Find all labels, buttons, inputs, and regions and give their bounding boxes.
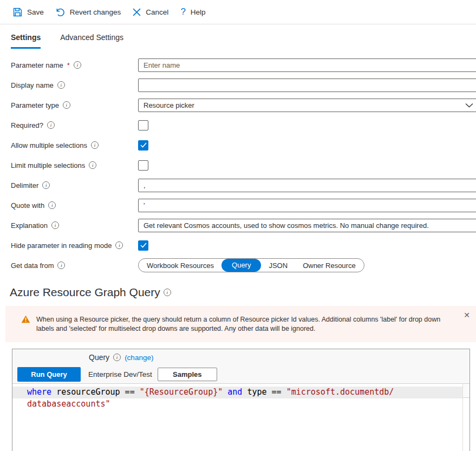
parameter-type-label-group: Parameter type i [11,101,138,109]
display-name-label: Display name [11,81,54,89]
help-button[interactable]: ? Help [180,6,205,17]
quote-with-label: Quote with [11,201,44,210]
revert-changes-button[interactable]: Revert changes [56,8,121,17]
command-bar: Save Revert changes Cancel ? Help [0,0,476,24]
warning-banner: When using a Resource picker, the query … [5,306,476,342]
get-data-from-option-json[interactable]: JSON [261,262,295,270]
tab-advanced-settings[interactable]: Advanced Settings [60,33,123,49]
revert-icon [56,8,65,17]
query-code-editor[interactable]: where resourceGroup == "{ResourceGroup}"… [12,384,470,451]
explanation-label-group: Explanation i [11,221,138,230]
info-icon[interactable]: i [42,181,50,189]
limit-multiple-label-group: Limit multiple selections i [11,161,138,169]
get-data-from-option-query[interactable]: Query [221,259,261,272]
query-label-group: Query i (change) [89,353,153,362]
explanation-input[interactable] [138,219,476,232]
allow-multiple-label: Allow multiple selections [11,141,87,149]
info-icon[interactable]: i [89,161,96,169]
parameter-name-input[interactable] [138,58,476,72]
get-data-from-label: Get data from [11,262,54,270]
help-icon: ? [180,6,185,17]
get-data-from-row: Get data from i Workbook ResourcesQueryJ… [0,258,476,272]
save-label: Save [27,8,44,16]
help-label: Help [191,8,206,16]
get-data-from-option-workbook-resources[interactable]: Workbook Resources [139,262,221,270]
parameter-name-row: Parameter name * i [0,58,476,72]
run-query-button[interactable]: Run Query [17,367,81,382]
section-title-text: Azure Resource Graph Query [10,286,160,299]
info-icon[interactable]: i [51,221,59,229]
limit-multiple-checkbox[interactable] [138,160,148,171]
close-icon[interactable]: ✕ [461,309,472,321]
get-data-from-toggle: Workbook ResourcesQueryJSONOwner Resourc… [138,258,364,272]
change-link[interactable]: (change) [125,354,153,362]
explanation-label: Explanation [11,221,48,230]
info-icon[interactable]: i [57,262,65,269]
required-row: Required? i [0,118,476,132]
query-editor-panel: Query i (change) Run Query Enterprise De… [12,349,470,451]
get-data-from-label-group: Get data from i [11,262,138,270]
required-label: Required? [11,121,43,129]
allow-multiple-label-group: Allow multiple selections i [11,141,138,149]
editor-scrollbar[interactable] [462,384,470,451]
cancel-button[interactable]: Cancel [133,8,168,16]
parameter-settings-form: Parameter name * i Display name i Parame… [0,58,476,272]
query-label: Query [89,353,109,362]
info-icon[interactable]: i [63,101,70,109]
required-label-group: Required? i [11,121,138,129]
info-icon[interactable]: i [47,121,55,129]
info-icon[interactable]: i [91,141,99,149]
warning-triangle-icon [21,315,30,326]
info-icon[interactable]: i [113,354,121,361]
hide-parameter-label: Hide parameter in reading mode [11,241,112,250]
save-button[interactable]: Save [13,8,44,17]
warning-text: When using a Resource picker, the query … [36,316,440,332]
delimiter-input[interactable] [138,179,476,192]
revert-changes-label: Revert changes [70,8,121,16]
required-checkbox[interactable] [138,120,148,130]
display-name-row: Display name i [0,78,476,92]
subscription-scope-label: Enterprise Dev/Test [88,370,152,378]
parameter-type-label: Parameter type [11,101,59,109]
close-icon [133,8,141,16]
hide-parameter-checkbox[interactable] [138,240,148,251]
parameter-name-label-group: Parameter name * i [11,61,138,69]
chevron-down-icon [465,102,473,110]
tab-settings[interactable]: Settings [11,33,41,49]
cancel-label: Cancel [146,8,168,16]
display-name-input[interactable] [138,79,476,92]
parameter-name-label: Parameter name [11,61,63,69]
hide-parameter-label-group: Hide parameter in reading mode i [11,241,138,250]
allow-multiple-selections-row: Allow multiple selections i [0,138,476,152]
code-line[interactable]: databaseaccounts" [12,398,470,410]
query-editor-controls: Run Query Enterprise Dev/Test Samples [17,367,217,382]
delimiter-label-group: Delimiter i [11,181,138,189]
samples-button[interactable]: Samples [158,368,217,381]
limit-multiple-label: Limit multiple selections [11,161,85,169]
save-icon [13,8,22,17]
parameter-type-value: Resource picker [144,101,194,109]
info-icon[interactable]: i [57,81,65,89]
quote-with-row: Quote with i [0,198,476,212]
quote-with-input[interactable] [138,199,476,212]
code-line[interactable]: where resourceGroup == "{ResourceGroup}"… [12,387,470,398]
parameter-type-select[interactable]: Resource picker [138,99,476,112]
section-heading: Azure Resource Graph Query i [10,286,476,299]
limit-multiple-selections-row: Limit multiple selections i [0,158,476,172]
explanation-row: Explanation i [0,218,476,232]
editor-scrollbar-thumb[interactable] [463,384,470,398]
info-icon[interactable]: i [115,241,123,249]
info-icon[interactable]: i [164,289,171,296]
quote-with-label-group: Quote with i [11,201,138,210]
delimiter-row: Delimiter i [0,178,476,192]
get-data-from-option-owner-resource[interactable]: Owner Resource [295,262,363,270]
tab-bar: Settings Advanced Settings [11,33,476,49]
info-icon[interactable]: i [74,61,81,69]
info-icon[interactable]: i [48,201,56,209]
allow-multiple-checkbox[interactable] [138,140,148,151]
hide-parameter-row: Hide parameter in reading mode i [0,238,476,252]
required-asterisk: * [67,61,70,69]
parameter-type-row: Parameter type i Resource picker [0,98,476,112]
display-name-label-group: Display name i [11,81,138,89]
query-editor-header: Query i (change) Run Query Enterprise De… [12,349,470,384]
